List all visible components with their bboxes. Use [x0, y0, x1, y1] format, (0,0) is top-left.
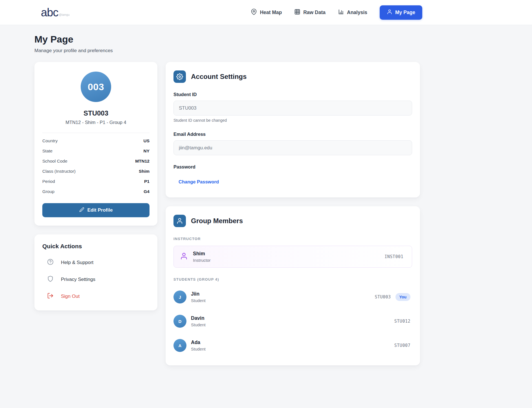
nav-my-page-label: My Page — [395, 10, 415, 15]
user-icon — [180, 252, 188, 261]
detail-row-class-instructor: Class (Instructor) Shim — [42, 166, 150, 176]
student-role: Student — [191, 347, 390, 351]
navbar-inner: abc @tamgu Heat Map Raw Data Analysis — [0, 0, 422, 25]
student-name: Jiin — [191, 291, 370, 297]
quick-item-label: Sign Out — [61, 294, 80, 299]
detail-value: MTN12 — [135, 159, 150, 164]
students-section-label: STUDENTS (GROUP 4) — [173, 277, 412, 281]
profile-card: 003 STU003 MTN12 - Shim - P1 - Group 4 C… — [34, 62, 157, 226]
brand-logo[interactable]: abc @tamgu — [41, 7, 69, 17]
detail-value: G4 — [144, 189, 150, 194]
detail-label: Period — [42, 179, 55, 184]
detail-value: P1 — [144, 179, 150, 184]
instructor-id: INST001 — [384, 254, 403, 259]
student-name: Ada — [191, 340, 390, 345]
student-id: STU003 — [375, 294, 391, 300]
privacy-settings-link[interactable]: Privacy Settings — [42, 276, 150, 283]
top-navbar: abc @tamgu Heat Map Raw Data Analysis — [0, 0, 532, 25]
main-content: My Page Manage your profile and preferen… — [0, 25, 420, 365]
student-id: STU007 — [394, 343, 410, 348]
nav-my-page-button[interactable]: My Page — [380, 5, 422, 20]
you-badge: You — [395, 293, 410, 301]
change-password-link[interactable]: Change Password — [179, 179, 219, 185]
edit-profile-label: Edit Profile — [87, 207, 113, 213]
nav-item-heat-map[interactable]: Heat Map — [251, 9, 282, 16]
detail-row-school-code: School Code MTN12 — [42, 156, 150, 166]
email-label: Email Address — [173, 132, 412, 137]
student-row-right: STU012 — [394, 319, 410, 324]
group-members-header: Group Members — [173, 215, 412, 227]
account-settings-title: Account Settings — [191, 73, 247, 81]
account-settings-card: Account Settings Student ID Student ID c… — [166, 62, 420, 198]
avatar: 003 — [81, 72, 111, 102]
student-meta: Jiin Student — [191, 291, 370, 303]
help-circle-icon — [47, 259, 54, 267]
nav-item-label: Heat Map — [260, 10, 282, 15]
detail-row-country: Country US — [42, 136, 150, 146]
nav-item-label: Analysis — [347, 10, 367, 15]
student-row-jiin[interactable]: J Jiin Student STU003 You — [173, 288, 412, 306]
avatar: D — [173, 315, 186, 328]
page-subtitle: Manage your profile and preferences — [34, 48, 420, 54]
student-row-ada[interactable]: A Ada Student STU007 — [173, 337, 412, 354]
student-id-field — [173, 101, 412, 116]
sign-out-link[interactable]: Sign Out — [42, 292, 150, 300]
user-icon — [387, 9, 392, 16]
help-support-link[interactable]: Help & Support — [42, 259, 150, 267]
content-grid: 003 STU003 MTN12 - Shim - P1 - Group 4 C… — [34, 62, 420, 365]
page-title: My Page — [34, 34, 420, 45]
detail-label: School Code — [42, 159, 67, 164]
brand-logo-suffix: @tamgu — [59, 13, 70, 16]
detail-label: Class (Instructor) — [42, 169, 76, 174]
email-field[interactable] — [173, 140, 412, 155]
pencil-icon — [79, 207, 84, 214]
student-name: Davin — [191, 315, 390, 321]
instructor-section-label: INSTRUCTOR — [173, 237, 412, 241]
student-row-right: STU007 — [394, 343, 410, 348]
student-role: Student — [191, 298, 370, 303]
student-row-davin[interactable]: D Davin Student STU012 — [173, 312, 412, 330]
group-members-card: Group Members INSTRUCTOR Shim Instructor… — [166, 206, 420, 365]
student-meta: Davin Student — [191, 315, 390, 327]
instructor-meta: Shim Instructor — [193, 251, 379, 263]
avatar-text: 003 — [88, 81, 104, 92]
left-column: 003 STU003 MTN12 - Shim - P1 - Group 4 C… — [34, 62, 157, 311]
avatar-initial: D — [179, 319, 182, 324]
shield-icon — [47, 276, 54, 283]
quick-actions-title: Quick Actions — [42, 243, 150, 250]
quick-item-label: Privacy Settings — [61, 277, 95, 282]
detail-row-period: Period P1 — [42, 176, 150, 187]
student-meta: Ada Student — [191, 340, 390, 351]
avatar: J — [173, 291, 186, 303]
user-icon — [173, 215, 186, 227]
detail-row-group: Group G4 — [42, 187, 150, 197]
right-column: Account Settings Student ID Student ID c… — [166, 62, 420, 365]
student-row-right: STU003 You — [375, 293, 410, 301]
nav-item-analysis[interactable]: Analysis — [338, 9, 367, 16]
detail-value: Shim — [139, 169, 150, 174]
nav-item-raw-data[interactable]: Raw Data — [294, 9, 326, 16]
map-pin-icon — [251, 9, 257, 16]
profile-subtitle: MTN12 - Shim - P1 - Group 4 — [42, 120, 150, 125]
edit-profile-button[interactable]: Edit Profile — [42, 203, 150, 217]
quick-actions-card: Quick Actions Help & Support Privacy Set… — [34, 234, 157, 311]
nav-item-label: Raw Data — [303, 10, 326, 15]
student-id-label: Student ID — [173, 92, 412, 97]
instructor-row[interactable]: Shim Instructor INST001 — [173, 246, 412, 268]
detail-label: Group — [42, 189, 54, 194]
avatar: A — [173, 339, 186, 352]
group-members-title: Group Members — [191, 217, 243, 225]
avatar-initial: A — [179, 343, 182, 348]
detail-label: State — [42, 148, 52, 154]
student-id-helper: Student ID cannot be changed — [173, 118, 412, 123]
detail-value: NY — [143, 148, 150, 154]
bar-chart-icon — [338, 9, 344, 16]
student-id: STU012 — [394, 319, 410, 324]
account-settings-header: Account Settings — [173, 70, 412, 83]
password-label: Password — [173, 164, 412, 170]
divider — [42, 133, 150, 133]
gear-icon — [173, 70, 186, 83]
brand-logo-text: abc — [41, 7, 58, 17]
main-nav: Heat Map Raw Data Analysis My Page — [251, 5, 422, 20]
sign-out-icon — [47, 292, 54, 300]
